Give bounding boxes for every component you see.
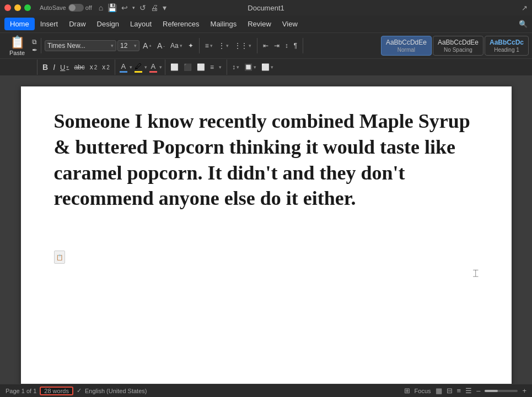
- menu-insert[interactable]: Insert: [35, 18, 64, 30]
- undo-icon[interactable]: ↩: [121, 3, 128, 12]
- language[interactable]: English (United States): [85, 388, 147, 394]
- style-heading1-text: AaBbCcDc: [490, 39, 524, 46]
- document-content[interactable]: Someone I know recently combined Maple S…: [54, 108, 479, 211]
- increase-font-button[interactable]: A+: [141, 40, 154, 51]
- more-actions-icon[interactable]: ▾: [163, 3, 166, 12]
- paragraph-shading-button[interactable]: 🔲 ▾: [242, 62, 259, 72]
- page[interactable]: Someone I know recently combined Maple S…: [21, 86, 512, 384]
- document-title: Document1: [248, 4, 284, 12]
- ribbon-search-icon[interactable]: 🔍: [519, 20, 528, 28]
- statusbar-left: Page 1 of 1 28 words ✓ English (United S…: [6, 387, 147, 395]
- align-right-button[interactable]: ⬜: [195, 62, 207, 72]
- menu-layout[interactable]: Layout: [125, 18, 157, 30]
- titlebar-right: ↗: [522, 4, 528, 12]
- sep3: [257, 38, 257, 53]
- sep1: [41, 38, 41, 53]
- bullets-button[interactable]: ≡ ▾: [203, 41, 215, 51]
- sort-button[interactable]: ↕: [283, 41, 291, 51]
- shading-chevron-icon[interactable]: ▾: [159, 64, 162, 70]
- zoom-slider[interactable]: [485, 390, 518, 392]
- style-heading1-label: Heading 1: [490, 47, 524, 53]
- view-web-icon[interactable]: ⊟: [447, 387, 453, 395]
- sep2: [199, 38, 200, 53]
- line-spacing-button[interactable]: ↕ ▾: [230, 62, 241, 72]
- borders-button[interactable]: ⬜ ▾: [259, 62, 276, 72]
- home-icon[interactable]: ⌂: [99, 3, 103, 12]
- minimize-button[interactable]: [14, 4, 21, 11]
- save-icon[interactable]: 💾: [108, 3, 117, 12]
- titlebar-controls: AutoSave off: [40, 4, 92, 12]
- superscript-button[interactable]: x2: [100, 62, 112, 72]
- ribbon: Home Insert Draw Design Layout Reference…: [0, 15, 532, 75]
- copy-icon[interactable]: ⧉: [32, 38, 37, 46]
- focus-label[interactable]: Focus: [415, 388, 431, 394]
- strikethrough-button[interactable]: abc: [72, 62, 87, 72]
- traffic-lights: [4, 4, 31, 11]
- view-print-icon[interactable]: ☰: [465, 387, 472, 395]
- style-normal-text: AaBbCcDdEe: [386, 39, 427, 46]
- format-painter-icon[interactable]: ✒: [32, 46, 37, 54]
- style-normal[interactable]: AaBbCcDdEe Normal: [381, 36, 432, 56]
- subscript-button[interactable]: x2: [88, 62, 100, 72]
- sep8: [227, 59, 227, 75]
- highlight-chevron-icon[interactable]: ▾: [144, 64, 147, 70]
- style-no-spacing-text: AaBbCcDdEe: [438, 39, 479, 46]
- menu-design[interactable]: Design: [92, 18, 125, 30]
- menu-references[interactable]: References: [157, 18, 205, 30]
- bold-button[interactable]: B: [40, 62, 50, 73]
- show-marks-button[interactable]: ¶: [292, 41, 299, 51]
- word-count[interactable]: 28 words: [40, 387, 73, 395]
- sep5: [37, 59, 37, 75]
- underline-button[interactable]: U ▾: [58, 62, 71, 73]
- font-color-button[interactable]: A: [118, 62, 129, 73]
- italic-button[interactable]: I: [51, 62, 57, 73]
- zoom-out-icon[interactable]: –: [476, 387, 480, 395]
- font-size-selector[interactable]: 12 ▾: [117, 40, 139, 51]
- autosave-label: AutoSave: [40, 4, 66, 11]
- menu-mailings[interactable]: Mailings: [205, 18, 243, 30]
- font-chevron-icon: ▾: [111, 43, 114, 48]
- change-case-button[interactable]: Aa ▾: [168, 41, 185, 51]
- align-chevron-button[interactable]: ▾: [217, 63, 224, 71]
- style-heading1[interactable]: AaBbCcDc Heading 1: [485, 36, 529, 56]
- menu-view[interactable]: View: [277, 18, 303, 30]
- style-normal-label: Normal: [386, 47, 427, 53]
- zoom-in-icon[interactable]: +: [522, 387, 526, 395]
- style-no-spacing[interactable]: AaBbCcDdEe No Spacing: [433, 36, 483, 56]
- numbering-button[interactable]: ⋮ ▾: [216, 41, 231, 51]
- font-color-chevron-icon[interactable]: ▾: [130, 64, 132, 70]
- align-left-button[interactable]: ⬜: [168, 62, 181, 72]
- redo-icon[interactable]: ↺: [139, 3, 146, 12]
- align-center-button[interactable]: ⬛: [181, 62, 194, 72]
- paste-button[interactable]: 📋 Paste: [3, 34, 31, 57]
- menubar: Home Insert Draw Design Layout Reference…: [0, 15, 532, 33]
- menu-draw[interactable]: Draw: [63, 18, 91, 30]
- view-layout-icon[interactable]: ▦: [436, 387, 442, 395]
- justify-button[interactable]: ≡: [208, 62, 216, 72]
- close-button[interactable]: [4, 4, 11, 11]
- print-icon[interactable]: 🖨: [151, 3, 158, 12]
- increase-indent-button[interactable]: ⇥: [272, 41, 282, 51]
- font-size-chevron-icon: ▾: [134, 43, 137, 48]
- autosave-toggle[interactable]: off: [68, 4, 92, 12]
- clear-format-button[interactable]: ✦: [186, 41, 196, 51]
- font-family-selector[interactable]: Times New... ▾: [45, 40, 116, 51]
- view-read-icon[interactable]: ≡: [457, 387, 461, 395]
- toolbar-row-1: 📋 Paste ⧉ ✒ Times New... ▾ 12 ▾ A+ A- Aa…: [0, 33, 532, 59]
- decrease-indent-button[interactable]: ⇤: [261, 41, 271, 51]
- focus-icon[interactable]: ⊞: [404, 387, 410, 395]
- maximize-button[interactable]: [24, 4, 31, 11]
- style-gallery: AaBbCcDdEe Normal AaBbCcDdEe No Spacing …: [381, 36, 529, 56]
- multilevel-list-button[interactable]: ⋮⋮ ▾: [232, 41, 254, 51]
- paste-handle[interactable]: 📋: [54, 251, 65, 264]
- sep7: [165, 59, 165, 75]
- highlight-button[interactable]: 🖊: [133, 62, 144, 73]
- menu-home[interactable]: Home: [4, 18, 35, 30]
- underline-chevron-icon: ▾: [66, 64, 69, 70]
- share-icon[interactable]: ↗: [522, 4, 528, 12]
- menu-review[interactable]: Review: [242, 18, 277, 30]
- shading-button[interactable]: A: [148, 62, 159, 73]
- decrease-font-button[interactable]: A-: [155, 40, 167, 51]
- proofing-icon[interactable]: ✓: [77, 387, 82, 394]
- chevron-undo-icon[interactable]: ▾: [132, 5, 135, 10]
